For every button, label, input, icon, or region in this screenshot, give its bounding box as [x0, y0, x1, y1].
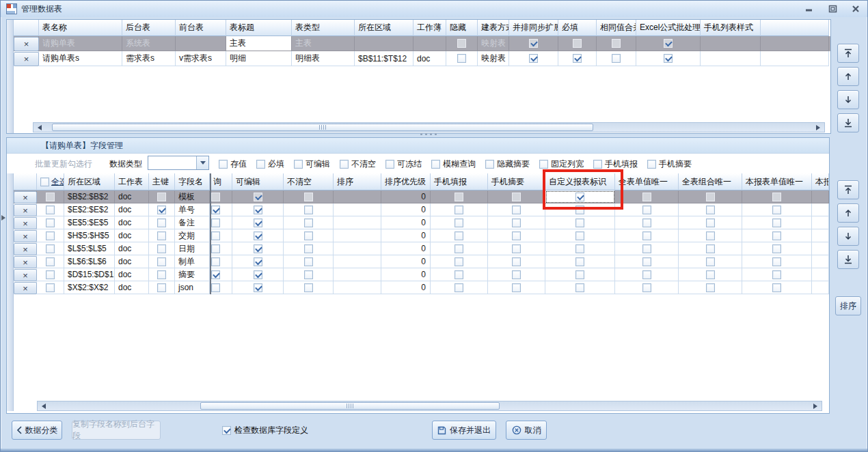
cell-createMode[interactable]: 映射表 — [478, 51, 509, 66]
cell-sort[interactable] — [334, 190, 381, 203]
cell-mobileFill[interactable] — [431, 229, 488, 242]
cell-mobileSummary[interactable] — [488, 216, 545, 229]
cell-reportCombo[interactable] — [812, 190, 829, 203]
pk-checkbox[interactable] — [157, 283, 166, 292]
cell-back[interactable]: 需求表s — [122, 51, 176, 66]
sel-checkbox[interactable] — [46, 218, 55, 227]
column-header-_f[interactable] — [761, 20, 829, 36]
column-header-mobileSummary[interactable]: 手机摘要 — [488, 173, 545, 190]
cell-uniqueAll[interactable] — [615, 242, 679, 255]
cell-fuzzy[interactable] — [210, 216, 232, 229]
cell-uniqueCombo[interactable] — [679, 268, 742, 281]
column-header-fuzzy[interactable]: 询 — [210, 173, 232, 190]
noClear-checkbox[interactable] — [304, 244, 313, 253]
cell-sheet[interactable]: doc — [115, 255, 149, 268]
uniqueReport-checkbox[interactable] — [772, 257, 781, 266]
toolbar-option-3[interactable]: 可编辑 — [294, 158, 330, 170]
editable-checkbox[interactable] — [254, 206, 262, 214]
minimize-button[interactable] — [803, 3, 815, 14]
toolbar-checkbox[interactable] — [294, 160, 303, 169]
cell-pk[interactable] — [149, 281, 175, 294]
cell-sheet[interactable]: doc — [115, 190, 149, 203]
cell-fuzzy[interactable] — [210, 229, 232, 242]
scrollbar-thumb[interactable] — [52, 124, 593, 131]
pk-checkbox[interactable] — [157, 218, 166, 227]
noClear-checkbox[interactable] — [304, 231, 313, 240]
scrollbar-thumb[interactable] — [200, 402, 500, 410]
column-header-back[interactable]: 后台表 — [122, 20, 176, 36]
toolbar-option-5[interactable]: 可冻结 — [385, 158, 422, 170]
fuzzy-checkbox[interactable] — [211, 193, 220, 201]
pk-checkbox[interactable] — [157, 206, 166, 214]
cell-mobileFill[interactable] — [431, 203, 488, 216]
cell-region[interactable]: $E$2:$E$2 — [64, 203, 115, 216]
cell-sort[interactable] — [334, 203, 381, 216]
cell-excelBatch[interactable] — [636, 36, 701, 51]
scroll-right-icon[interactable] — [815, 123, 824, 132]
move-row-bottom-button[interactable] — [837, 113, 859, 132]
cell-editable[interactable] — [232, 216, 284, 229]
cell-mobileFill[interactable] — [431, 268, 488, 281]
noClear-checkbox[interactable] — [304, 257, 313, 266]
cell-uniqueReport[interactable] — [742, 190, 812, 203]
delete-row-button[interactable]: × — [14, 52, 39, 66]
column-header-uniqueReport[interactable]: 本报表单值唯一 — [742, 173, 812, 190]
cell-uniqueCombo[interactable] — [679, 216, 742, 229]
cell-sheet[interactable]: doc — [115, 203, 149, 216]
cell-region[interactable] — [355, 36, 413, 51]
cell-createMode[interactable]: 映射表 — [478, 36, 509, 51]
cell-fuzzy[interactable] — [210, 281, 232, 294]
column-header-uniqueAll[interactable]: 全表单值唯一 — [615, 173, 679, 190]
toolbar-option-1[interactable]: 存值 — [219, 158, 247, 170]
maximize-button[interactable] — [826, 3, 839, 14]
cell-fieldName[interactable]: 交期 — [175, 229, 210, 242]
cell-sortPriority[interactable]: 0 — [381, 203, 431, 216]
cell-sheet[interactable]: doc — [115, 268, 149, 281]
fuzzy-checkbox[interactable] — [211, 206, 220, 214]
toolbar-checkbox[interactable] — [340, 160, 349, 169]
scroll-left-icon[interactable] — [38, 401, 47, 410]
mobileFill-checkbox[interactable] — [455, 218, 463, 227]
cell-sel[interactable] — [37, 203, 64, 216]
toolbar-checkbox[interactable] — [431, 160, 440, 169]
cell-mobileSummary[interactable] — [488, 203, 545, 216]
cell-uniqueAll[interactable] — [615, 268, 679, 281]
mobileFill-checkbox[interactable] — [455, 283, 463, 292]
mobileSummary-checkbox[interactable] — [512, 257, 521, 266]
column-header-uniqueCombo[interactable]: 全表组合唯一 — [679, 173, 742, 190]
cell-sel[interactable] — [37, 190, 64, 203]
uniqueReport-checkbox[interactable] — [772, 231, 781, 240]
column-header-mobileFill[interactable]: 手机填报 — [431, 173, 488, 190]
uniqueReport-checkbox[interactable] — [772, 270, 781, 279]
cell-name[interactable]: 请购单表s — [39, 51, 122, 66]
sel-checkbox[interactable] — [46, 231, 55, 240]
cell-uniqueAll[interactable] — [615, 281, 679, 294]
cell-pk[interactable] — [149, 242, 175, 255]
column-header-name[interactable]: 表名称 — [39, 20, 122, 36]
panel-splitter[interactable] — [420, 133, 437, 135]
toolbar-option-7[interactable]: 隐藏摘要 — [485, 158, 530, 170]
cell-uniqueCombo[interactable] — [679, 229, 742, 242]
check-db-checkbox[interactable] — [222, 426, 231, 435]
mobileFill-checkbox[interactable] — [455, 257, 463, 266]
cell-mobileListStyle[interactable] — [701, 51, 761, 66]
fuzzy-checkbox[interactable] — [211, 270, 220, 279]
cell-fieldName[interactable]: 单号 — [175, 203, 210, 216]
mobileSummary-checkbox[interactable] — [512, 244, 521, 253]
cell-noClear[interactable] — [284, 203, 334, 216]
cell-mobileSummary[interactable] — [488, 229, 545, 242]
cell-sheet[interactable]: doc — [115, 242, 149, 255]
cell-reportCombo[interactable] — [812, 281, 829, 294]
cell-region[interactable]: $H$5:$H$5 — [64, 229, 115, 242]
editable-checkbox[interactable] — [254, 270, 262, 279]
cancel-button[interactable]: 取消 — [506, 421, 547, 440]
excelBatch-checkbox[interactable] — [664, 54, 673, 63]
uniqueAll-checkbox[interactable] — [642, 206, 651, 214]
move-row-up-button[interactable] — [837, 67, 859, 86]
cell-reportCombo[interactable] — [812, 242, 829, 255]
editable-checkbox[interactable] — [254, 231, 262, 240]
mobileSummary-checkbox[interactable] — [512, 206, 521, 214]
cell-fieldName[interactable]: 日期 — [175, 242, 210, 255]
cell-sortPriority[interactable]: 0 — [381, 242, 431, 255]
uniqueCombo-checkbox[interactable] — [706, 257, 715, 266]
